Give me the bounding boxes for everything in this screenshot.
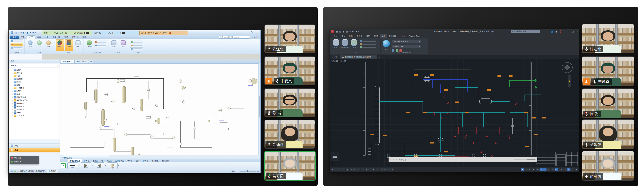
view-item[interactable] (130, 47, 143, 50)
status-toggle-icon[interactable]: ⌖ (528, 168, 532, 171)
autocad-logo-icon[interactable]: A (330, 30, 334, 33)
safety-view-button[interactable]: 安全视图 (85, 39, 94, 51)
drafting-toggle-icon[interactable]: ↔ (357, 168, 360, 171)
redo-icon[interactable]: ↷ (355, 30, 357, 33)
viewport-controls-label[interactable]: [-][俯视][二维线框] (332, 60, 346, 63)
new-icon[interactable]: ▤ (336, 30, 338, 33)
palette-tab-调节器[interactable]: 调节器 (126, 159, 134, 162)
palette-tab-换热器[interactable]: 换热器 (91, 159, 100, 162)
drafting-toggle-icon[interactable]: ◇ (342, 168, 345, 171)
energy-banner[interactable]: 可用节能:____ MW ( __ %) (92, 30, 141, 35)
status-toggle-icon[interactable]: # (524, 168, 528, 171)
aspen-quick-access-toolbar[interactable]: ▮▮ ↶ ↷ ▶▶ ▶ ■ ⏮ ▾ (9, 31, 36, 34)
status-toggle-icon[interactable]: ▦ (536, 168, 539, 171)
palette-tab-反应器[interactable]: 反应器 (105, 159, 114, 162)
aspen-exchange-search-input[interactable]: 搜索 aspenONE Exchange (219, 35, 250, 39)
participant-tile[interactable]: 陈江北 (582, 24, 634, 53)
clipboard-item-highlighted[interactable] (10, 43, 23, 46)
status-toggle-icon[interactable]: ∠ (532, 168, 535, 171)
tree-item[interactable]: ▷收敛 (9, 93, 60, 96)
aspen-tab-能量分析[interactable]: 能量分析 (51, 35, 62, 39)
plot-icon[interactable]: ⎙ (349, 30, 351, 33)
save-icon[interactable]: ▦ (342, 30, 344, 33)
autocad-tab-附加模块[interactable]: 附加模块 (388, 34, 399, 38)
legend-button[interactable]: 图例 (110, 39, 118, 51)
status-flask-icon[interactable] (10, 170, 13, 172)
energy-toggle[interactable] (120, 32, 125, 34)
aspen-tab-资源[interactable]: 资源 (80, 35, 88, 39)
status-grid-icon[interactable] (17, 170, 19, 172)
autocad-tab-视图[interactable]: 视图 (364, 34, 372, 38)
status-toggle-icon[interactable]: ✛ (551, 168, 554, 171)
doc-tab-main-flowsheet[interactable]: 主流程图✕ (61, 60, 74, 63)
participant-tile[interactable]: 苗可园 (582, 151, 634, 181)
drafting-toggle-icon[interactable]: ∥ (380, 168, 383, 171)
tree-item[interactable]: ▷分析 (9, 74, 60, 78)
autocad-tab-协作[interactable]: 协作 (399, 34, 406, 38)
tree-item[interactable]: ▷设置 (9, 68, 60, 71)
autocad-tab-插入[interactable]: 插入 (340, 34, 347, 38)
saveas-icon[interactable]: ▧ (346, 30, 348, 33)
tree-item[interactable]: ▷物流 (9, 81, 60, 84)
save-icon[interactable]: ▮▮ (14, 32, 17, 34)
autocad-tab-管理[interactable]: 管理 (372, 34, 380, 38)
aspen-close-button[interactable]: ✕ (256, 31, 260, 33)
view-plot-details-item[interactable] (360, 43, 376, 45)
undo-icon[interactable]: ↶ (352, 30, 354, 33)
zoom-out-icon[interactable]: ⊖ (237, 170, 238, 172)
status-toggle-icon[interactable]: ⛶ (571, 168, 574, 171)
tree-item[interactable]: ▷动态组态 (9, 108, 60, 111)
cost-estimate-button[interactable]: 成本估算 (56, 39, 64, 51)
file-tab-drawing[interactable]: 02-甲醇精制装置带控制点工艺流程图*✕ (340, 55, 377, 59)
apps-icon[interactable]: ▣ (556, 30, 557, 33)
viewcube[interactable] (562, 62, 572, 73)
view-item[interactable] (130, 40, 143, 43)
status-run-icon[interactable] (14, 170, 16, 172)
status-toggle-icon[interactable]: ▭ (554, 168, 558, 171)
participant-tile[interactable]: 陈 嵩 (264, 88, 315, 117)
status-toggle-icon[interactable]: 1:1 (558, 168, 563, 171)
ribbon-collapse-icon[interactable]: ▴ ❓ (254, 36, 258, 38)
customize-icon[interactable]: ▸ (393, 159, 394, 161)
status-toggle-icon[interactable]: ⚙ (567, 168, 570, 171)
palette-tab-压力变换器[interactable]: 压力变换器 (114, 159, 126, 162)
autocad-tab-参数化[interactable]: 参数化 (355, 34, 364, 38)
status-toggle-icon[interactable]: ◇ (540, 168, 543, 171)
aspen-tab-视图[interactable]: 视图 (62, 35, 70, 39)
status-toggle-icon[interactable]: ∥ (543, 168, 546, 171)
economics-toggle[interactable] (84, 32, 89, 34)
palette-tab-用户模型[interactable]: 用户模型 (150, 159, 160, 162)
aspen-tab-主页[interactable]: 主页 (19, 35, 27, 39)
file-tab-start[interactable]: 开始 (332, 55, 339, 59)
command-prompt-text[interactable]: 键入命令 (398, 158, 406, 161)
drafting-toggle-icon[interactable]: ▭ (387, 168, 390, 171)
drafting-toggle-icon[interactable]: ◇ (376, 168, 379, 171)
help-icon[interactable]: ❓ (560, 30, 562, 33)
close-icon[interactable]: ✕ (374, 55, 375, 59)
close-icon[interactable]: ✕ (71, 60, 73, 63)
tree-item[interactable]: ▷设备 (9, 111, 60, 114)
aspen-tab-经济[interactable]: 经济 (27, 35, 35, 39)
safety-analysis-item[interactable]: 安全分析 (11, 157, 38, 159)
zoom-in-icon[interactable]: ⊕ (257, 170, 259, 172)
energy-analysis-item[interactable]: 能量分析 (11, 161, 38, 163)
drafting-toggle-icon[interactable]: ∠ (368, 168, 372, 171)
sign-in-icon[interactable]: 👤 (551, 30, 553, 33)
clipboard-item[interactable] (10, 46, 23, 49)
drafting-toggle-icon[interactable]: ▭ (361, 168, 364, 171)
drafting-toggle-icon[interactable]: ⌖ (353, 168, 356, 171)
autocad-minimize-button[interactable]: – (568, 30, 569, 33)
palette-item-mixer[interactable]: Mixer▾ (81, 163, 91, 169)
aspen-tab-动态[interactable]: 动态 (35, 35, 43, 39)
sizing-button[interactable]: 尺寸 (35, 39, 44, 51)
tree-item[interactable]: ▷结果汇总 (9, 105, 60, 108)
nav-filter-dropdown[interactable]: 所有项▾ (10, 64, 59, 67)
close-icon[interactable]: ✕ (390, 159, 392, 161)
participant-tile[interactable]: 吴姝仪 (264, 120, 315, 149)
zoom-slider[interactable] (240, 171, 256, 172)
page-setup-manager-item[interactable] (360, 40, 376, 42)
tree-item[interactable]: ▷模块 (9, 84, 60, 87)
aspen-tab-设备[interactable]: 设备 (43, 35, 51, 39)
new-doc-tab-button[interactable]: ✛ (89, 60, 94, 63)
plotter-manager-item[interactable] (360, 46, 376, 48)
